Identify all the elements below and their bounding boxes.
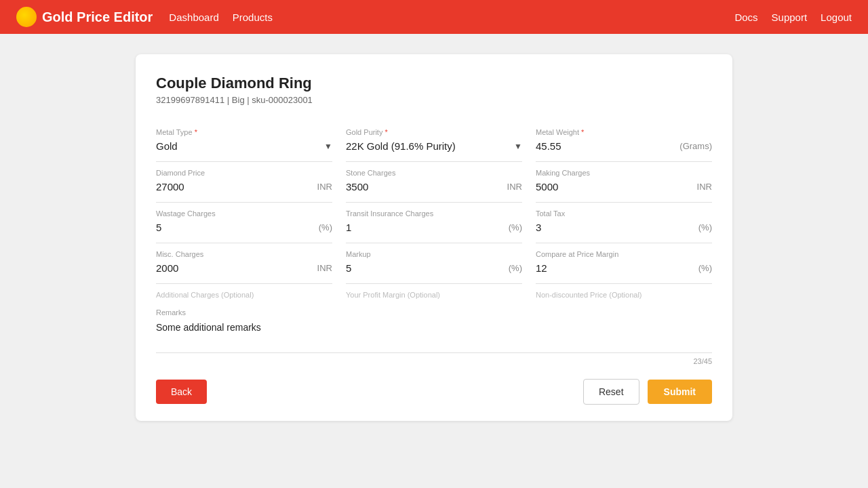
misc-charges-field: Misc. Charges INR — [156, 243, 332, 284]
markup-field: Markup (%) — [346, 243, 522, 284]
diamond-price-input[interactable] — [156, 180, 313, 194]
diamond-price-field: Diamond Price INR — [156, 162, 332, 203]
metal-weight-suffix: (Grams) — [679, 141, 712, 151]
making-charges-input-row: INR — [536, 180, 712, 194]
metal-weight-input-row: (Grams) — [536, 139, 712, 153]
back-button[interactable]: Back — [156, 380, 207, 404]
misc-charges-input[interactable] — [156, 261, 313, 275]
markup-suffix: (%) — [509, 263, 522, 273]
nav-docs[interactable]: Docs — [734, 12, 757, 23]
header: Gold Price Editor Dashboard Products Doc… — [0, 0, 868, 34]
form-row-1: Metal Type * Gold Silver Platinum ▼ Gold… — [156, 121, 712, 162]
transit-insurance-input-row: (%) — [346, 220, 522, 235]
metal-type-field: Metal Type * Gold Silver Platinum ▼ — [156, 121, 332, 162]
nav-dashboard[interactable]: Dashboard — [169, 12, 218, 23]
main-content: Couple Diamond Ring 32199697891411 | Big… — [0, 34, 868, 441]
making-charges-suffix: INR — [697, 182, 712, 192]
logo-icon — [16, 7, 37, 27]
metal-type-chevron-icon: ▼ — [324, 142, 332, 151]
card-footer: Back Reset Submit — [156, 379, 712, 405]
profit-margin-label: Your Profit Margin (Optional) — [346, 291, 522, 299]
diamond-price-suffix: INR — [317, 182, 332, 192]
form-row-2: Diamond Price INR Stone Charges INR Maki… — [156, 162, 712, 203]
remarks-textarea[interactable]: Some additional remarks — [156, 319, 712, 353]
metal-weight-label: Metal Weight * — [536, 128, 712, 136]
header-right: Docs Support Logout — [734, 12, 852, 23]
metal-weight-input[interactable] — [536, 139, 675, 153]
stone-charges-label: Stone Charges — [346, 169, 522, 177]
markup-input-row: (%) — [346, 261, 522, 275]
logo-area: Gold Price Editor — [16, 7, 153, 27]
transit-insurance-input[interactable] — [346, 220, 505, 235]
reset-button[interactable]: Reset — [583, 379, 639, 405]
metal-type-select[interactable]: Gold Silver Platinum — [156, 139, 321, 153]
transit-insurance-suffix: (%) — [509, 222, 522, 232]
transit-insurance-label: Transit Insurance Charges — [346, 209, 522, 218]
nav-links: Dashboard Products — [169, 12, 273, 23]
nav-products[interactable]: Products — [233, 12, 273, 23]
metal-type-label: Metal Type * — [156, 128, 332, 136]
stone-charges-field: Stone Charges INR — [346, 162, 522, 203]
wastage-charges-label: Wastage Charges — [156, 209, 332, 218]
making-charges-label: Making Charges — [536, 169, 712, 177]
gold-purity-field: Gold Purity * 18K Gold (75% Purity) 22K … — [346, 121, 522, 162]
wastage-charges-input-row: (%) — [156, 220, 332, 235]
form-row-4: Misc. Charges INR Markup (%) Compare at … — [156, 243, 712, 284]
form-card: Couple Diamond Ring 32199697891411 | Big… — [136, 54, 732, 421]
making-charges-field: Making Charges INR — [536, 162, 712, 203]
remarks-section: Remarks Some additional remarks 23/45 — [156, 308, 712, 365]
additional-charges-label: Additional Charges (Optional) — [156, 291, 332, 299]
char-count: 23/45 — [156, 357, 712, 365]
metal-weight-field: Metal Weight * (Grams) — [536, 121, 712, 162]
app-title: Gold Price Editor — [42, 9, 153, 25]
compare-margin-suffix: (%) — [698, 263, 712, 273]
markup-label: Markup — [346, 250, 522, 258]
stone-charges-input[interactable] — [346, 180, 503, 194]
total-tax-input[interactable] — [536, 220, 694, 235]
compare-margin-input[interactable] — [536, 261, 694, 275]
gold-purity-select-wrapper: 18K Gold (75% Purity) 22K Gold (91.6% Pu… — [346, 139, 522, 153]
gold-purity-chevron-icon: ▼ — [514, 142, 522, 151]
compare-margin-input-row: (%) — [536, 261, 712, 275]
metal-type-select-wrapper: Gold Silver Platinum ▼ — [156, 139, 332, 153]
header-left: Gold Price Editor Dashboard Products — [16, 7, 273, 27]
diamond-price-input-row: INR — [156, 180, 332, 194]
total-tax-label: Total Tax — [536, 209, 712, 218]
transit-insurance-field: Transit Insurance Charges (%) — [346, 203, 522, 243]
wastage-charges-suffix: (%) — [319, 222, 332, 232]
submit-button[interactable]: Submit — [648, 380, 712, 404]
footer-right: Reset Submit — [583, 379, 712, 405]
gold-purity-label: Gold Purity * — [346, 128, 522, 136]
gold-purity-select[interactable]: 18K Gold (75% Purity) 22K Gold (91.6% Pu… — [346, 139, 511, 153]
form-row-5: Additional Charges (Optional) Your Profi… — [156, 284, 712, 302]
wastage-charges-input[interactable] — [156, 220, 315, 235]
non-discounted-optional: Non-discounted Price (Optional) — [536, 284, 712, 302]
product-meta: 32199697891411 | Big | sku-000023001 — [156, 95, 712, 105]
compare-margin-field: Compare at Price Margin (%) — [536, 243, 712, 284]
total-tax-field: Total Tax (%) — [536, 203, 712, 243]
nav-support[interactable]: Support — [772, 12, 808, 23]
total-tax-input-row: (%) — [536, 220, 712, 235]
stone-charges-suffix: INR — [507, 182, 522, 192]
making-charges-input[interactable] — [536, 180, 693, 194]
misc-charges-label: Misc. Charges — [156, 250, 332, 258]
markup-input[interactable] — [346, 261, 505, 275]
remarks-label: Remarks — [156, 308, 712, 317]
profit-margin-optional: Your Profit Margin (Optional) — [346, 284, 522, 302]
stone-charges-input-row: INR — [346, 180, 522, 194]
non-discounted-label: Non-discounted Price (Optional) — [536, 291, 712, 299]
form-row-3: Wastage Charges (%) Transit Insurance Ch… — [156, 203, 712, 243]
wastage-charges-field: Wastage Charges (%) — [156, 203, 332, 243]
misc-charges-suffix: INR — [317, 263, 332, 273]
additional-charges-optional: Additional Charges (Optional) — [156, 284, 332, 302]
total-tax-suffix: (%) — [698, 222, 712, 232]
product-title: Couple Diamond Ring — [156, 75, 712, 92]
nav-logout[interactable]: Logout — [821, 12, 852, 23]
diamond-price-label: Diamond Price — [156, 169, 332, 177]
misc-charges-input-row: INR — [156, 261, 332, 275]
compare-margin-label: Compare at Price Margin — [536, 250, 712, 258]
